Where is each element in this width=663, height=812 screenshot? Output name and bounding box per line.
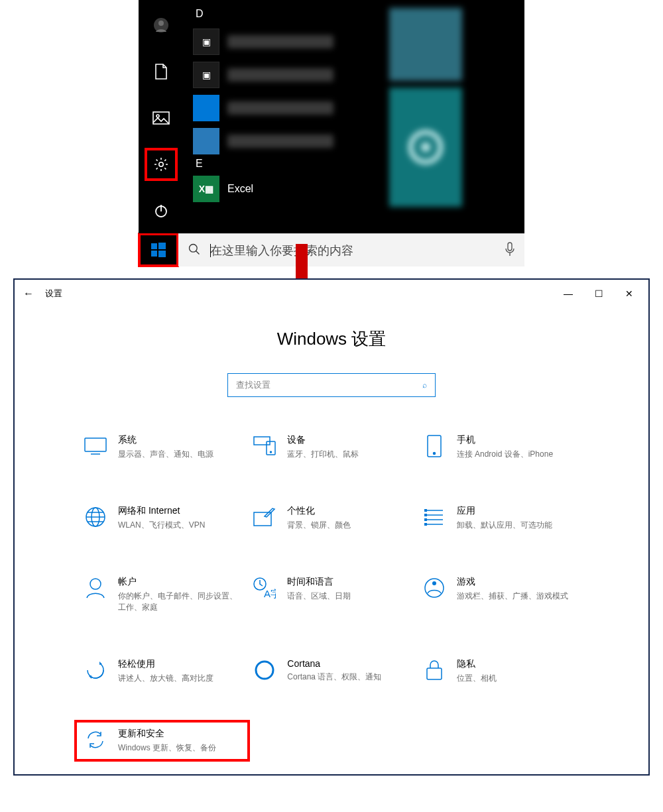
mic-icon[interactable] <box>505 242 515 259</box>
globe-icon <box>84 505 107 529</box>
app-item[interactable] <box>190 125 383 158</box>
pictures-icon[interactable] <box>145 102 177 134</box>
svg-rect-34 <box>424 514 427 516</box>
settings-body: Windows 设置 查找设置 ⌕ 系统 显示器、声音、通知、电源 <box>15 308 648 776</box>
section-letter-d[interactable]: D <box>196 8 383 20</box>
svg-line-14 <box>196 251 200 254</box>
search-icon <box>188 243 201 259</box>
category-desc: 语音、区域、日期 <box>287 591 351 602</box>
svg-rect-10 <box>158 243 166 249</box>
category-desc: 连接 Android 设备、iPhone <box>457 449 553 460</box>
svg-point-3 <box>156 115 159 117</box>
power-icon[interactable] <box>145 195 177 227</box>
category-accounts[interactable]: 帐户 你的帐户、电子邮件、同步设置、工作、家庭 <box>81 572 243 617</box>
app-item[interactable]: ▣ <box>190 58 383 91</box>
close-button[interactable]: ✕ <box>614 280 644 308</box>
cortana-icon <box>253 658 276 682</box>
category-cortana[interactable]: Cortana Cortana 语言、权限、通知 <box>250 654 412 688</box>
maximize-button[interactable]: ☐ <box>583 280 614 308</box>
app-item-excel[interactable]: X▦ Excel <box>190 172 383 205</box>
svg-rect-33 <box>424 509 427 512</box>
app-tile-icon <box>193 128 219 154</box>
category-apps[interactable]: 应用 卸载、默认应用、可选功能 <box>420 501 582 535</box>
category-desc: 背景、锁屏、颜色 <box>287 520 351 531</box>
app-label-blurred <box>227 101 333 115</box>
app-label-blurred <box>227 68 333 82</box>
category-network[interactable]: 网络和 Internet WLAN、飞行模式、VPN <box>81 501 243 535</box>
app-tile-icon <box>193 95 219 121</box>
category-desc: 游戏栏、捕获、广播、游戏模式 <box>457 591 568 602</box>
taskbar-search[interactable]: 在这里输入你要搜索的内容 <box>178 233 524 266</box>
category-devices[interactable]: 设备 蓝牙、打印机、鼠标 <box>250 430 412 464</box>
minimize-button[interactable]: — <box>553 280 583 308</box>
apps-icon <box>422 505 446 529</box>
start-tile[interactable] <box>389 87 462 207</box>
search-icon: ⌕ <box>422 380 427 390</box>
documents-icon[interactable] <box>145 56 177 87</box>
app-item[interactable] <box>190 91 383 125</box>
svg-rect-16 <box>85 438 106 451</box>
svg-point-13 <box>190 244 198 252</box>
window-title: 设置 <box>45 288 62 300</box>
accounts-icon <box>84 576 107 600</box>
category-desc: Windows 更新、恢复、备份 <box>118 742 216 754</box>
back-button[interactable]: ← <box>19 288 38 300</box>
svg-rect-15 <box>508 243 512 251</box>
category-privacy[interactable]: 隐私 位置、相机 <box>420 654 582 688</box>
category-desc: 你的帐户、电子邮件、同步设置、工作、家庭 <box>118 591 237 613</box>
start-menu: D ▣ ▣ E X▦ Excel <box>139 0 524 266</box>
settings-search-input[interactable]: 查找设置 ⌕ <box>227 373 436 397</box>
svg-rect-11 <box>151 251 157 257</box>
settings-categories: 系统 显示器、声音、通知、电源 设备 蓝牙、打印机、鼠标 手机 <box>81 430 582 756</box>
svg-rect-36 <box>424 523 427 526</box>
svg-point-20 <box>271 451 272 453</box>
category-title: 网络和 Internet <box>118 505 205 517</box>
category-update-security[interactable]: 更新和安全 Windows 更新、恢复、备份 <box>74 720 250 762</box>
category-title: 帐户 <box>118 576 237 588</box>
svg-point-42 <box>256 662 273 679</box>
category-personalization[interactable]: 个性化 背景、锁屏、颜色 <box>250 501 412 535</box>
section-letter-e[interactable]: E <box>196 158 383 170</box>
app-label-blurred <box>227 35 333 48</box>
category-ease-of-access[interactable]: 轻松使用 讲述人、放大镜、高对比度 <box>81 654 243 688</box>
lock-icon <box>422 658 446 682</box>
settings-icon[interactable] <box>145 148 177 180</box>
app-tile-icon: ▣ <box>193 62 219 88</box>
time-language-icon: A字 <box>253 576 276 600</box>
category-title: 设备 <box>287 434 359 446</box>
category-time-language[interactable]: A字 时间和语言 语音、区域、日期 <box>250 572 412 617</box>
user-account-icon[interactable] <box>145 9 177 41</box>
start-tile[interactable] <box>389 8 462 81</box>
category-desc: Cortana 语言、权限、通知 <box>287 671 381 683</box>
svg-point-37 <box>90 579 101 589</box>
category-system[interactable]: 系统 显示器、声音、通知、电源 <box>81 430 243 464</box>
category-phone[interactable]: 手机 连接 Android 设备、iPhone <box>420 430 582 464</box>
category-title: 个性化 <box>287 505 351 517</box>
page-title: Windows 设置 <box>81 327 582 351</box>
svg-rect-35 <box>424 518 427 521</box>
excel-icon: X▦ <box>193 176 219 202</box>
phone-icon <box>422 434 446 458</box>
start-tile-area <box>383 0 524 233</box>
svg-rect-18 <box>254 437 270 445</box>
svg-text:A字: A字 <box>264 588 276 599</box>
start-left-rail <box>139 0 184 233</box>
update-icon <box>84 728 107 752</box>
app-label-blurred <box>227 135 333 148</box>
category-desc: 位置、相机 <box>457 673 497 684</box>
svg-point-41 <box>432 581 436 585</box>
gaming-icon <box>422 576 446 600</box>
settings-window: ← 设置 — ☐ ✕ Windows 设置 查找设置 ⌕ 系统 显示器、声音、通… <box>13 278 650 776</box>
svg-rect-12 <box>158 251 166 257</box>
category-desc: WLAN、飞行模式、VPN <box>118 520 205 531</box>
category-title: 应用 <box>457 505 552 517</box>
ease-of-access-icon <box>84 658 107 682</box>
start-button[interactable] <box>139 233 178 266</box>
category-gaming[interactable]: 游戏 游戏栏、捕获、广播、游戏模式 <box>420 572 582 617</box>
app-tile-icon: ▣ <box>193 29 219 55</box>
category-desc: 讲述人、放大镜、高对比度 <box>118 673 213 684</box>
app-item[interactable]: ▣ <box>190 25 383 58</box>
category-desc: 蓝牙、打印机、鼠标 <box>287 449 359 460</box>
system-icon <box>84 434 107 458</box>
category-title: Cortana <box>287 658 381 669</box>
